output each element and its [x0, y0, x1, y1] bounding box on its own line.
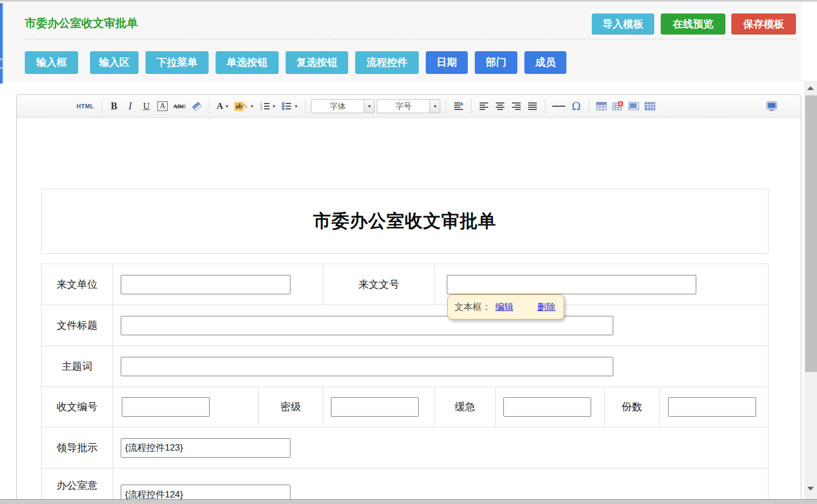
insert-table-button[interactable] — [594, 99, 608, 114]
align-left-button[interactable] — [477, 99, 491, 114]
page-title: 市委办公室收文审批单 — [25, 16, 138, 31]
ordered-list-icon: 123 — [260, 101, 271, 112]
field-label-copies: 份数 — [605, 387, 660, 427]
unordered-list-icon — [281, 101, 292, 112]
table-cell — [113, 305, 768, 346]
receipt-number-input[interactable] — [122, 397, 210, 417]
form-title-block[interactable]: 市委办公室收文审批单 — [41, 189, 768, 254]
eraser-button[interactable] — [190, 99, 204, 114]
ordered-list-button[interactable]: 123 ▼ — [258, 99, 278, 114]
chevron-down-icon: ▼ — [225, 104, 229, 109]
chevron-down-icon[interactable]: ▼ — [364, 100, 374, 113]
field-label-receipt-number: 收文编号 — [41, 387, 113, 427]
collapsed-sidebar-strip — [0, 3, 3, 84]
italic-button[interactable]: I — [123, 99, 137, 114]
window-bottom-edge — [0, 499, 817, 504]
toolbar-separator — [101, 99, 102, 114]
table-row: 文件标题 — [41, 305, 768, 346]
tooltip-edit-link[interactable]: 编辑 — [495, 301, 514, 313]
sidebar-clipped-mark — [0, 58, 2, 60]
font-size-select[interactable]: 字号 ▼ — [377, 99, 440, 113]
unordered-list-button[interactable]: ▼ — [280, 99, 300, 114]
form-title: 市委办公室收文审批单 — [313, 209, 496, 233]
field-label-secrecy-level: 密级 — [259, 387, 323, 427]
table-cell — [660, 387, 768, 427]
toolbar-separator — [209, 99, 210, 114]
scrollbar-up-arrow-icon[interactable] — [807, 86, 814, 90]
align-right-button[interactable] — [509, 99, 523, 114]
monitor-icon — [766, 101, 778, 112]
rich-text-editor: HTML B I U A ABC A▼ ab✎▼ 123 ▼ ▼ 字体 — [16, 94, 801, 504]
horizontal-rule-button[interactable] — [551, 99, 567, 114]
source-code-button[interactable]: HTML — [75, 99, 96, 114]
indent-icon — [453, 101, 464, 112]
chevron-down-icon: ▼ — [272, 104, 276, 109]
editor-document[interactable]: 市委办公室收文审批单 来文单位 来文文号 文件标题 — [17, 118, 801, 504]
field-context-tooltip: 文本框： 编辑 删除 — [447, 294, 564, 320]
table-cell — [113, 346, 768, 386]
toolbar-separator — [588, 99, 589, 114]
border-a-icon: A — [157, 101, 167, 111]
editor-toolbar: HTML B I U A ABC A▼ ab✎▼ 123 ▼ ▼ 字体 — [17, 95, 801, 118]
eraser-icon — [191, 101, 202, 112]
horizontal-rule-icon — [552, 106, 565, 107]
align-center-button[interactable] — [493, 99, 507, 114]
table-row: 办公室意 — [41, 468, 768, 504]
table-cell-props-icon — [628, 101, 639, 111]
align-justify-icon — [527, 101, 538, 112]
leader-comments-input[interactable] — [121, 438, 290, 458]
save-template-button[interactable]: 保存模板 — [731, 13, 796, 34]
vertical-scrollbar-thumb[interactable] — [805, 95, 817, 372]
toolbar-separator — [305, 99, 306, 114]
secrecy-level-input[interactable] — [331, 397, 419, 417]
palette-input-box-button[interactable]: 输入框 — [25, 51, 78, 74]
palette-dropdown-button[interactable]: 下拉菜单 — [146, 51, 209, 74]
online-preview-button[interactable]: 在线预览 — [661, 13, 725, 34]
tooltip-field-type-label: 文本框： — [454, 301, 491, 313]
font-color-a-icon: A — [217, 101, 223, 112]
pencil-icon: ✎ — [243, 102, 248, 111]
border-button[interactable]: A — [156, 99, 170, 114]
strikethrough-button[interactable]: ABC — [172, 99, 188, 114]
copies-input[interactable] — [668, 397, 756, 417]
source-doc-number-input[interactable] — [447, 275, 696, 294]
align-justify-button[interactable] — [525, 99, 539, 114]
table-cell-props-button[interactable] — [627, 99, 641, 114]
table-cell — [113, 264, 323, 305]
chevron-down-icon: ▼ — [250, 104, 254, 109]
highlight-color-button[interactable]: ab✎▼ — [233, 99, 256, 114]
palette-input-area-button[interactable]: 输入区 — [90, 51, 139, 74]
widget-palette: 输入框 输入区 下拉菜单 单选按钮 复选按钮 流程控件 日期 部门 成员 — [25, 51, 566, 74]
palette-member-button[interactable]: 成员 — [524, 51, 566, 74]
indent-button[interactable] — [452, 99, 466, 114]
toolbar-separator — [545, 99, 545, 114]
palette-department-button[interactable]: 部门 — [475, 51, 517, 74]
special-char-button[interactable]: Ω — [569, 99, 583, 114]
palette-radio-button[interactable]: 单选按钮 — [216, 51, 279, 74]
font-family-select[interactable]: 字体 ▼ — [311, 99, 375, 113]
table-props-icon — [645, 101, 655, 111]
source-unit-input[interactable] — [121, 275, 290, 294]
palette-flow-control-button[interactable]: 流程控件 — [355, 51, 419, 74]
align-right-icon — [511, 101, 522, 112]
fullscreen-button[interactable] — [764, 99, 779, 114]
urgency-input[interactable] — [503, 397, 591, 417]
chevron-down-icon[interactable]: ▼ — [430, 100, 440, 113]
keywords-input[interactable] — [121, 357, 613, 376]
font-size-value: 字号 — [377, 100, 430, 113]
palette-date-button[interactable]: 日期 — [426, 51, 468, 74]
import-template-button[interactable]: 导入模板 — [592, 13, 654, 34]
table-cell — [323, 387, 435, 427]
tooltip-delete-link[interactable]: 删除 — [537, 301, 556, 313]
app-window: 市委办公室收文审批单 导入模板 在线预览 保存模板 输入框 输入区 下拉菜单 单… — [0, 0, 817, 504]
delete-table-button[interactable] — [611, 99, 625, 114]
table-props-button[interactable] — [643, 99, 657, 114]
palette-checkbox-button[interactable]: 复选按钮 — [286, 51, 348, 74]
font-color-button[interactable]: A▼ — [215, 99, 231, 114]
header-panel: 市委办公室收文审批单 导入模板 在线预览 保存模板 输入框 输入区 下拉菜单 单… — [3, 2, 801, 81]
scrollbar-down-arrow-icon[interactable] — [807, 487, 814, 491]
delete-table-icon — [612, 101, 623, 111]
bold-button[interactable]: B — [107, 99, 121, 114]
field-label-keywords: 主题词 — [41, 346, 113, 386]
underline-button[interactable]: U — [140, 99, 154, 114]
